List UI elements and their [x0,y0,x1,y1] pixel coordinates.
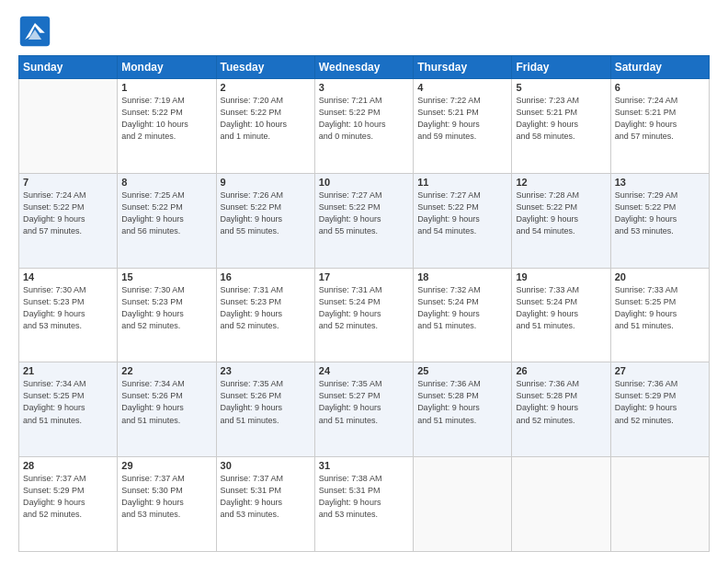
day-info: Sunrise: 7:36 AM Sunset: 5:28 PM Dayligh… [516,378,606,426]
day-info: Sunrise: 7:32 AM Sunset: 5:24 PM Dayligh… [417,284,507,332]
day-number: 23 [221,365,311,376]
calendar-cell: 26Sunrise: 7:36 AM Sunset: 5:28 PM Dayli… [512,362,610,457]
calendar-week-2: 7Sunrise: 7:24 AM Sunset: 5:22 PM Daylig… [19,173,710,268]
day-number: 20 [615,271,705,282]
header-day-monday: Monday [118,56,216,79]
calendar-cell: 11Sunrise: 7:27 AM Sunset: 5:22 PM Dayli… [414,173,512,268]
calendar-cell: 17Sunrise: 7:31 AM Sunset: 5:24 PM Dayli… [314,268,413,362]
calendar-cell: 27Sunrise: 7:36 AM Sunset: 5:29 PM Dayli… [610,362,709,457]
calendar-table: SundayMondayTuesdayWednesdayThursdayFrid… [18,55,710,552]
header-day-wednesday: Wednesday [314,56,413,79]
day-info: Sunrise: 7:36 AM Sunset: 5:29 PM Dayligh… [615,378,705,426]
calendar-week-1: 1Sunrise: 7:19 AM Sunset: 5:22 PM Daylig… [19,79,710,174]
day-info: Sunrise: 7:20 AM Sunset: 5:22 PM Dayligh… [221,95,311,143]
day-number: 6 [615,82,705,93]
day-info: Sunrise: 7:22 AM Sunset: 5:21 PM Dayligh… [417,95,507,143]
day-info: Sunrise: 7:33 AM Sunset: 5:25 PM Dayligh… [615,284,705,332]
calendar-cell: 24Sunrise: 7:35 AM Sunset: 5:27 PM Dayli… [314,362,413,457]
calendar-cell: 5Sunrise: 7:23 AM Sunset: 5:21 PM Daylig… [512,79,610,174]
day-number: 12 [516,177,606,188]
day-number: 5 [516,82,606,93]
calendar-cell: 16Sunrise: 7:31 AM Sunset: 5:23 PM Dayli… [216,268,314,362]
day-info: Sunrise: 7:34 AM Sunset: 5:26 PM Dayligh… [121,378,211,426]
day-info: Sunrise: 7:27 AM Sunset: 5:22 PM Dayligh… [417,190,507,237]
day-info: Sunrise: 7:19 AM Sunset: 5:22 PM Dayligh… [121,95,211,143]
day-number: 27 [615,365,705,376]
day-info: Sunrise: 7:33 AM Sunset: 5:24 PM Dayligh… [516,284,606,332]
day-info: Sunrise: 7:37 AM Sunset: 5:31 PM Dayligh… [221,473,311,521]
day-info: Sunrise: 7:29 AM Sunset: 5:22 PM Dayligh… [615,190,705,237]
day-info: Sunrise: 7:30 AM Sunset: 5:23 PM Dayligh… [121,284,211,332]
day-number: 25 [417,365,507,376]
day-info: Sunrise: 7:26 AM Sunset: 5:22 PM Dayligh… [221,190,311,237]
day-number: 11 [417,177,507,188]
calendar-cell [414,457,512,552]
page: SundayMondayTuesdayWednesdayThursdayFrid… [0,0,728,563]
calendar-week-4: 21Sunrise: 7:34 AM Sunset: 5:25 PM Dayli… [19,362,710,457]
calendar-cell: 19Sunrise: 7:33 AM Sunset: 5:24 PM Dayli… [512,268,610,362]
calendar-week-5: 28Sunrise: 7:37 AM Sunset: 5:29 PM Dayli… [19,457,710,552]
day-info: Sunrise: 7:24 AM Sunset: 5:22 PM Dayligh… [23,190,113,237]
day-number: 3 [319,82,409,93]
calendar-cell: 18Sunrise: 7:32 AM Sunset: 5:24 PM Dayli… [414,268,512,362]
day-number: 2 [221,82,311,93]
header-day-friday: Friday [512,56,610,79]
logo [18,15,57,48]
day-number: 13 [615,177,705,188]
calendar-week-3: 14Sunrise: 7:30 AM Sunset: 5:23 PM Dayli… [19,268,710,362]
day-number: 8 [121,177,211,188]
day-info: Sunrise: 7:37 AM Sunset: 5:29 PM Dayligh… [23,473,113,521]
day-number: 19 [516,271,606,282]
calendar-cell: 8Sunrise: 7:25 AM Sunset: 5:22 PM Daylig… [118,173,216,268]
day-number: 18 [417,271,507,282]
day-number: 9 [221,177,311,188]
calendar-cell: 23Sunrise: 7:35 AM Sunset: 5:26 PM Dayli… [216,362,314,457]
day-number: 22 [121,365,211,376]
calendar-cell: 4Sunrise: 7:22 AM Sunset: 5:21 PM Daylig… [414,79,512,174]
header-day-sunday: Sunday [19,56,118,79]
day-number: 1 [121,82,211,93]
day-number: 30 [221,460,311,471]
calendar-cell: 3Sunrise: 7:21 AM Sunset: 5:22 PM Daylig… [314,79,413,174]
calendar-header-row: SundayMondayTuesdayWednesdayThursdayFrid… [19,56,710,79]
day-info: Sunrise: 7:38 AM Sunset: 5:31 PM Dayligh… [319,473,409,521]
calendar-cell: 30Sunrise: 7:37 AM Sunset: 5:31 PM Dayli… [216,457,314,552]
calendar-cell: 21Sunrise: 7:34 AM Sunset: 5:25 PM Dayli… [19,362,118,457]
calendar-cell: 1Sunrise: 7:19 AM Sunset: 5:22 PM Daylig… [118,79,216,174]
day-info: Sunrise: 7:27 AM Sunset: 5:22 PM Dayligh… [319,190,409,237]
day-number: 29 [121,460,211,471]
calendar-cell: 31Sunrise: 7:38 AM Sunset: 5:31 PM Dayli… [314,457,413,552]
day-number: 14 [23,271,113,282]
calendar-cell: 22Sunrise: 7:34 AM Sunset: 5:26 PM Dayli… [118,362,216,457]
calendar-cell: 28Sunrise: 7:37 AM Sunset: 5:29 PM Dayli… [19,457,118,552]
day-number: 31 [319,460,409,471]
day-number: 16 [221,271,311,282]
calendar-cell: 7Sunrise: 7:24 AM Sunset: 5:22 PM Daylig… [19,173,118,268]
header-day-thursday: Thursday [414,56,512,79]
calendar-cell: 25Sunrise: 7:36 AM Sunset: 5:28 PM Dayli… [414,362,512,457]
day-number: 28 [23,460,113,471]
day-info: Sunrise: 7:23 AM Sunset: 5:21 PM Dayligh… [516,95,606,143]
day-info: Sunrise: 7:24 AM Sunset: 5:21 PM Dayligh… [615,95,705,143]
calendar-cell: 15Sunrise: 7:30 AM Sunset: 5:23 PM Dayli… [118,268,216,362]
day-number: 7 [23,177,113,188]
header-day-tuesday: Tuesday [216,56,314,79]
day-number: 21 [23,365,113,376]
calendar-cell [19,79,118,174]
day-number: 17 [319,271,409,282]
calendar-cell: 29Sunrise: 7:37 AM Sunset: 5:30 PM Dayli… [118,457,216,552]
day-info: Sunrise: 7:25 AM Sunset: 5:22 PM Dayligh… [121,190,211,237]
logo-icon [18,15,51,48]
day-number: 10 [319,177,409,188]
day-info: Sunrise: 7:31 AM Sunset: 5:24 PM Dayligh… [319,284,409,332]
calendar-cell: 9Sunrise: 7:26 AM Sunset: 5:22 PM Daylig… [216,173,314,268]
calendar-cell [610,457,709,552]
day-number: 15 [121,271,211,282]
day-number: 4 [417,82,507,93]
day-info: Sunrise: 7:35 AM Sunset: 5:27 PM Dayligh… [319,378,409,426]
day-number: 24 [319,365,409,376]
calendar-cell: 14Sunrise: 7:30 AM Sunset: 5:23 PM Dayli… [19,268,118,362]
calendar-cell: 10Sunrise: 7:27 AM Sunset: 5:22 PM Dayli… [314,173,413,268]
day-info: Sunrise: 7:30 AM Sunset: 5:23 PM Dayligh… [23,284,113,332]
day-info: Sunrise: 7:37 AM Sunset: 5:30 PM Dayligh… [121,473,211,521]
